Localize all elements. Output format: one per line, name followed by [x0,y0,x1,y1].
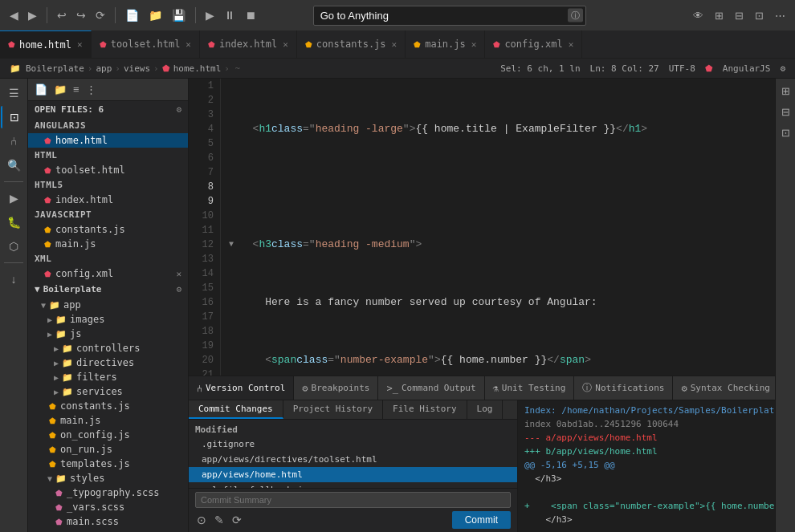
sidebar-new-file[interactable]: 📄 [33,82,49,97]
vc-action-3[interactable]: ⟳ [230,512,243,528]
rs-btn-2[interactable]: ⊟ [777,103,794,120]
sidebar-bottom-button[interactable]: ↓ [1,268,26,290]
sidebar-file-constants[interactable]: ⬟ constants.js [28,222,188,237]
tab-close-config[interactable]: ✕ [569,39,574,50]
sidebar-files-button[interactable]: ☰ [1,82,26,104]
sidebar-search-button[interactable]: 🔍 [1,154,26,177]
chevron-services: ▶ [54,388,59,396]
sidebar-extensions-button[interactable]: ⬡ [1,235,26,258]
nav-forward-button[interactable]: ▶ [25,7,40,23]
vc-file-home[interactable]: app/views/home.html [189,467,517,482]
settings-icon[interactable]: ⚙ [780,63,785,74]
tree-services[interactable]: ▶ 📁 services [28,384,188,399]
sidebar-file-home-html[interactable]: ⬟ home.html [28,133,188,148]
vc-subtab-project-history[interactable]: Project History [283,400,383,419]
tree-file-constants[interactable]: ⬟ constants.js [28,399,188,413]
run-button[interactable]: ▶ [202,7,218,23]
tab-close-constants[interactable]: ✕ [392,39,398,50]
vc-action-2[interactable]: ✎ [213,512,226,528]
project-header[interactable]: ▼ Boilerplate ⚙ [28,281,188,298]
commit-summary-input[interactable] [195,492,511,508]
tab-config-xml[interactable]: ⬟ config.xml ✕ [485,30,582,58]
panel-tab-unit-testing[interactable]: ⚗ Unit Testing [485,376,575,400]
tree-file-typography[interactable]: ⬟ _typography.scss [28,485,188,500]
undo-button[interactable]: ↩ [54,7,70,23]
rs-btn-1[interactable]: ⊞ [777,82,794,99]
tab-close-home[interactable]: ✕ [77,39,83,50]
save-button[interactable]: 💾 [169,7,189,23]
breadcrumb-app[interactable]: app [96,63,112,74]
project-gear[interactable]: ⚙ [176,284,181,294]
tab-index-html[interactable]: ⬟ index.html ✕ [200,30,297,58]
panel-tab-notifications[interactable]: ⓘ Notifications [574,376,673,400]
vc-file-gulpfile[interactable]: gulpfile.fallback.js [189,482,517,488]
tab-home-html[interactable]: ⬟ home.html ✕ [0,30,92,58]
tab-main-js[interactable]: ⬟ main.js ✕ [406,30,485,58]
sidebar-new-folder[interactable]: 📁 [52,82,68,97]
tree-file-main[interactable]: ⬟ main.js [28,413,188,428]
rs-btn-3[interactable]: ⊡ [777,124,794,141]
tree-app[interactable]: ▼ 📁 app [28,298,188,312]
open-files-gear[interactable]: ⚙ [176,104,181,115]
sidebar-debug-button[interactable]: 🐛 [1,211,26,234]
tree-file-templates[interactable]: ⬟ templates.js [28,457,188,471]
layout-button-1[interactable]: ⊞ [711,8,727,23]
tree-file-vars[interactable]: ⬟ _vars.scss [28,500,188,514]
tree-file-mainscss[interactable]: ⬟ main.scss [28,514,188,529]
panel-tab-syntax-checking[interactable]: ⚙ Syntax Checking [673,376,775,400]
tab-constants-js[interactable]: ⬟ constants.js ✕ [297,30,406,58]
refresh-button[interactable]: ⟳ [92,7,108,23]
vc-file-gitignore[interactable]: .gitignore [189,437,517,452]
vc-subtab-commit[interactable]: Commit Changes [189,400,283,419]
pause-button[interactable]: ⏸ [221,7,238,23]
sidebar-file-index[interactable]: ⬟ index.html [28,193,188,207]
sidebar-file-main[interactable]: ⬟ main.js [28,237,188,251]
search-info-icon[interactable]: ⓘ [568,9,583,22]
tab-close-index[interactable]: ✕ [283,39,288,50]
sidebar-file-config[interactable]: ⬟ config.xml ✕ [28,266,188,281]
redo-button[interactable]: ↪ [73,7,89,23]
tree-filters[interactable]: ▶ 📁 filters [28,370,188,384]
sidebar-open-button[interactable]: ⊡ [1,106,26,128]
search-input[interactable] [313,6,586,26]
breadcrumb-homehtml[interactable]: home.html [173,63,222,74]
open-folder-button[interactable]: 📁 [145,7,165,23]
tree-file-onrun[interactable]: ⬟ on_run.js [28,442,188,457]
vc-subtab-log[interactable]: Log [467,400,503,419]
vc-action-1[interactable]: ⊙ [195,512,208,528]
commit-button[interactable]: Commit [452,511,511,529]
tree-styles[interactable]: ▼ 📁 styles [28,471,188,485]
vc-subtab-file-history[interactable]: File History [383,400,467,419]
code-lines[interactable]: <h1 class="heading -large">{{ home.title… [221,79,775,376]
tree-images[interactable]: ▶ 📁 images [28,312,188,327]
file-close-config[interactable]: ✕ [176,269,181,279]
tab-close-main[interactable]: ✕ [471,39,477,50]
sidebar-run-button[interactable]: ▶ [1,187,26,209]
sidebar-sort[interactable]: ≡ [71,82,81,97]
panel-tab-version-control[interactable]: ⑃ Version Control [189,376,294,400]
tab-toolset-html[interactable]: ⬟ toolset.html ✕ [92,30,200,58]
tree-directives[interactable]: ▶ 📁 directives [28,355,188,370]
tab-close-toolset[interactable]: ✕ [186,39,191,50]
vc-icon: ⑃ [197,383,202,394]
sidebar-menu[interactable]: ⋮ [84,82,98,97]
tree-controllers[interactable]: ▶ 📁 controllers [28,341,188,355]
layout-button-2[interactable]: ⊟ [732,8,747,23]
layout-button-3[interactable]: ⊡ [752,8,767,23]
stop-button[interactable]: ⏹ [242,7,259,23]
panel-tab-breakpoints[interactable]: ⚙ Breakpoints [294,376,378,400]
tree-js[interactable]: ▶ 📁 js [28,327,188,341]
sidebar-file-toolset[interactable]: ⬟ toolset.html [28,163,188,177]
breadcrumb-views[interactable]: views [124,63,150,74]
new-file-button[interactable]: 📄 [122,7,142,23]
panel-tab-command-output[interactable]: >_ Command Output [378,376,484,400]
vc-file-toolset[interactable]: app/views/directives/toolset.html [189,452,517,467]
fold-3[interactable]: ▼ [229,238,237,252]
nav-back-button[interactable]: ◀ [6,7,22,23]
eye-button[interactable]: 👁 [690,8,707,23]
breadcrumb-boilerplate[interactable]: Boilerplate [26,63,84,74]
sidebar-git-button[interactable]: ⑃ [1,130,26,152]
more-button[interactable]: ⋯ [772,8,789,23]
editor-content[interactable]: 1 2 3 4 5 6 7 8 9 10 11 12 13 14 15 16 1… [189,79,775,376]
tree-file-onconfig[interactable]: ⬟ on_config.js [28,428,188,442]
